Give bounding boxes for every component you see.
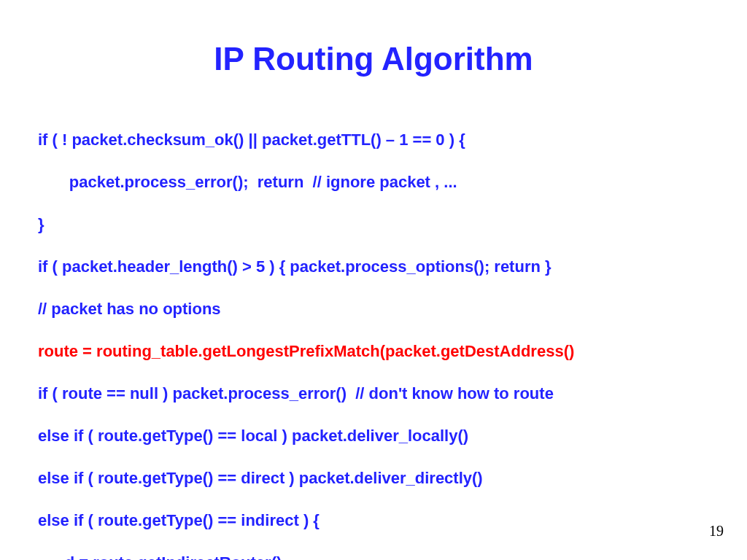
code-line: d = route.getIndirectRouter() bbox=[38, 552, 724, 560]
slide-title: IP Routing Algorithm bbox=[0, 41, 747, 77]
code-line: else if ( route.getType() == local ) pac… bbox=[38, 425, 724, 446]
page-number: 19 bbox=[709, 523, 724, 540]
code-line: if ( ! packet.checksum_ok() || packet.ge… bbox=[38, 129, 724, 150]
code-line: else if ( route.getType() == direct ) pa… bbox=[38, 467, 724, 489]
slide: IP Routing Algorithm if ( ! packet.check… bbox=[0, 0, 747, 560]
code-line: // packet has no options bbox=[38, 298, 724, 319]
code-line: if ( packet.header_length() > 5 ) { pack… bbox=[38, 256, 724, 277]
code-line: } bbox=[38, 214, 724, 235]
code-line: packet.process_error(); return // ignore… bbox=[38, 171, 724, 192]
code-line: if ( route == null ) packet.process_erro… bbox=[38, 383, 724, 404]
code-line-highlight: route = routing_table.getLongestPrefixMa… bbox=[38, 341, 724, 362]
code-line: else if ( route.getType() == indirect ) … bbox=[38, 510, 724, 531]
code-block: if ( ! packet.checksum_ok() || packet.ge… bbox=[38, 108, 724, 560]
